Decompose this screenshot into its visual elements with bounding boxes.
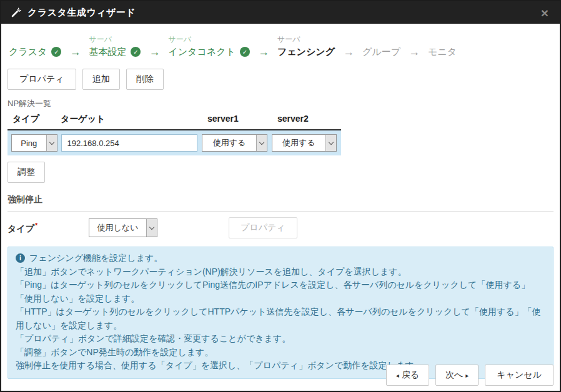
forced-stop-property-button[interactable]: プロパティ bbox=[229, 217, 297, 238]
step-basic-settings[interactable]: サーバ 基本設定 ✓ bbox=[89, 34, 141, 59]
back-label: 戻る bbox=[402, 370, 419, 380]
chevron-down-icon bbox=[325, 135, 336, 151]
np-server2-value: 使用する bbox=[272, 135, 325, 151]
info-line: i フェンシング機能を設定します。 bbox=[16, 252, 545, 265]
footer-buttons: ◂戻る 次へ▸ キャンセル bbox=[386, 365, 554, 386]
type-label-text: タイプ bbox=[7, 223, 34, 233]
step-arrow-icon: → bbox=[69, 45, 81, 59]
step-group: グループ bbox=[362, 45, 400, 59]
np-table-header: タイプ ターゲット server1 server2 bbox=[7, 114, 341, 130]
np-server1-value: 使用する bbox=[202, 135, 256, 151]
np-table-row: Ping 使用する 使用する bbox=[7, 130, 341, 155]
step-cluster[interactable]: クラスタ ✓ bbox=[9, 45, 61, 59]
info-text: フェンシング機能を設定します。 bbox=[29, 252, 162, 265]
forced-stop-heading: 強制停止 bbox=[7, 194, 554, 205]
np-toolbar: プロパティ 追加 削除 bbox=[7, 69, 554, 90]
np-list-caption: NP解決一覧 bbox=[7, 98, 554, 109]
step-fencing-current: サーバ フェンシング bbox=[277, 34, 335, 59]
cancel-button[interactable]: キャンセル bbox=[485, 365, 554, 386]
np-type-select[interactable]: Ping bbox=[11, 134, 57, 152]
np-server2-select[interactable]: 使用する bbox=[272, 134, 337, 152]
check-circle-icon: ✓ bbox=[131, 47, 141, 57]
step-arrow-icon: → bbox=[409, 45, 420, 59]
info-line: 「調整」ボタンでNP発生時の動作を設定します。 bbox=[16, 346, 545, 360]
cancel-label: キャンセル bbox=[497, 370, 542, 380]
wizard-wand-icon bbox=[10, 6, 22, 19]
step-arrow-icon: → bbox=[258, 45, 269, 59]
info-line: 「HTTP」はターゲット列のセルをクリックしてHTTPパケット送信先を設定し、各… bbox=[16, 305, 545, 332]
step-sublabel: サーバ bbox=[89, 34, 141, 45]
step-label: インタコネクト bbox=[168, 46, 235, 58]
forced-stop-type-row: タイプ* 使用しない プロパティ bbox=[7, 217, 554, 238]
step-label: モニタ bbox=[428, 46, 457, 58]
chevron-down-icon bbox=[46, 135, 57, 151]
back-arrow-icon: ◂ bbox=[396, 372, 399, 379]
step-sublabel: サーバ bbox=[277, 34, 335, 45]
section-divider bbox=[7, 211, 554, 212]
cluster-wizard-dialog: クラスタ生成ウィザード × クラスタ ✓ → サーバ 基本設定 ✓ → サーバ bbox=[0, 0, 561, 392]
step-label: クラスタ bbox=[9, 46, 47, 58]
info-line: 「Ping」はターゲット列のセルをクリックしてPing送信先のIPアドレスを設定… bbox=[16, 278, 545, 305]
forced-stop-type-select[interactable]: 使用しない bbox=[89, 218, 157, 237]
step-monitor: モニタ bbox=[428, 45, 457, 59]
info-line: 「追加」ボタンでネットワークパーティション(NP)解決リソースを追加し、タイプを… bbox=[16, 265, 545, 279]
tune-button[interactable]: 調整 bbox=[7, 162, 45, 183]
back-button[interactable]: ◂戻る bbox=[386, 365, 429, 386]
step-interconnect[interactable]: サーバ インタコネクト ✓ bbox=[168, 34, 249, 59]
forced-stop-type-label: タイプ* bbox=[7, 222, 89, 235]
window-title: クラスタ生成ウィザード bbox=[27, 7, 136, 19]
close-icon[interactable]: × bbox=[539, 6, 551, 19]
np-type-value: Ping bbox=[12, 135, 46, 151]
col-header-server2: server2 bbox=[277, 114, 341, 125]
wizard-steps: クラスタ ✓ → サーバ 基本設定 ✓ → サーバ インタコネクト ✓ bbox=[7, 24, 554, 66]
chevron-down-icon bbox=[146, 219, 157, 237]
info-icon: i bbox=[16, 253, 25, 263]
col-header-target: ターゲット bbox=[61, 114, 207, 125]
dialog-content: クラスタ ✓ → サーバ 基本設定 ✓ → サーバ インタコネクト ✓ bbox=[1, 24, 560, 379]
forced-stop-type-value: 使用しない bbox=[89, 219, 146, 237]
check-circle-icon: ✓ bbox=[51, 47, 61, 57]
np-server1-select[interactable]: 使用する bbox=[202, 134, 267, 152]
property-button[interactable]: プロパティ bbox=[7, 69, 76, 90]
next-button[interactable]: 次へ▸ bbox=[435, 365, 479, 386]
chevron-down-icon bbox=[256, 135, 267, 151]
col-header-server1: server1 bbox=[207, 114, 277, 125]
col-header-type: タイプ bbox=[7, 114, 61, 125]
check-circle-icon: ✓ bbox=[240, 47, 250, 57]
add-button[interactable]: 追加 bbox=[82, 69, 120, 90]
next-arrow-icon: ▸ bbox=[465, 372, 469, 379]
title-bar: クラスタ生成ウィザード × bbox=[1, 1, 560, 24]
remove-button[interactable]: 削除 bbox=[126, 69, 164, 90]
info-panel: i フェンシング機能を設定します。 「追加」ボタンでネットワークパーティション(… bbox=[7, 247, 554, 379]
step-arrow-icon: → bbox=[343, 45, 354, 59]
step-label: フェンシング bbox=[277, 46, 335, 58]
step-sublabel: サーバ bbox=[168, 34, 249, 45]
np-target-input[interactable] bbox=[61, 134, 198, 152]
next-label: 次へ bbox=[445, 370, 463, 380]
step-label: 基本設定 bbox=[89, 46, 126, 58]
step-arrow-icon: → bbox=[149, 45, 160, 59]
info-line: 「プロパティ」ボタンで詳細設定を確認・変更することができます。 bbox=[16, 332, 545, 346]
step-label: グループ bbox=[362, 46, 400, 58]
required-mark: * bbox=[35, 222, 37, 229]
